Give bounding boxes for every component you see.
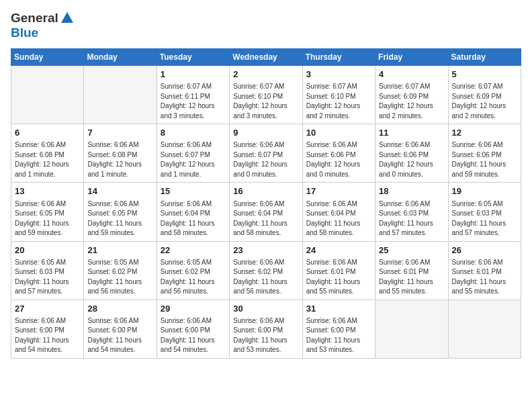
day-number: 16 bbox=[233, 185, 298, 197]
day-number: 30 bbox=[233, 303, 298, 315]
day-detail: Sunrise: 6:06 AM Sunset: 6:03 PM Dayligh… bbox=[379, 199, 444, 238]
calendar-cell bbox=[11, 66, 84, 124]
day-detail: Sunrise: 6:06 AM Sunset: 6:00 PM Dayligh… bbox=[161, 316, 226, 355]
calendar-cell: 18Sunrise: 6:06 AM Sunset: 6:03 PM Dayli… bbox=[375, 183, 448, 241]
day-number: 24 bbox=[306, 244, 371, 257]
day-detail: Sunrise: 6:06 AM Sunset: 6:08 PM Dayligh… bbox=[87, 140, 152, 179]
logo-general: General bbox=[11, 11, 58, 26]
calendar-cell: 13Sunrise: 6:06 AM Sunset: 6:05 PM Dayli… bbox=[11, 183, 84, 241]
day-detail: Sunrise: 6:06 AM Sunset: 6:06 PM Dayligh… bbox=[452, 140, 517, 179]
calendar-cell: 2Sunrise: 6:07 AM Sunset: 6:10 PM Daylig… bbox=[230, 66, 302, 124]
calendar-cell: 6Sunrise: 6:06 AM Sunset: 6:08 PM Daylig… bbox=[11, 124, 84, 183]
day-number: 10 bbox=[306, 127, 371, 139]
day-number: 7 bbox=[87, 127, 152, 139]
calendar-cell: 12Sunrise: 6:06 AM Sunset: 6:06 PM Dayli… bbox=[448, 124, 521, 183]
calendar-cell: 22Sunrise: 6:05 AM Sunset: 6:02 PM Dayli… bbox=[157, 241, 229, 300]
day-detail: Sunrise: 6:07 AM Sunset: 6:09 PM Dayligh… bbox=[379, 82, 444, 121]
calendar-cell: 15Sunrise: 6:06 AM Sunset: 6:04 PM Dayli… bbox=[157, 183, 229, 241]
day-detail: Sunrise: 6:06 AM Sunset: 6:08 PM Dayligh… bbox=[15, 140, 80, 179]
calendar-cell: 23Sunrise: 6:06 AM Sunset: 6:02 PM Dayli… bbox=[230, 241, 302, 300]
day-number: 15 bbox=[161, 185, 226, 197]
calendar-cell: 21Sunrise: 6:05 AM Sunset: 6:02 PM Dayli… bbox=[84, 241, 157, 300]
day-number: 26 bbox=[452, 244, 517, 257]
day-number: 23 bbox=[233, 244, 298, 257]
day-detail: Sunrise: 6:07 AM Sunset: 6:10 PM Dayligh… bbox=[233, 82, 298, 121]
weekday-header-tuesday: Tuesday bbox=[157, 49, 229, 66]
day-number: 1 bbox=[161, 68, 226, 81]
day-detail: Sunrise: 6:06 AM Sunset: 6:07 PM Dayligh… bbox=[233, 140, 298, 179]
day-detail: Sunrise: 6:07 AM Sunset: 6:09 PM Dayligh… bbox=[452, 82, 517, 121]
calendar-cell: 14Sunrise: 6:06 AM Sunset: 6:05 PM Dayli… bbox=[84, 183, 157, 241]
day-detail: Sunrise: 6:07 AM Sunset: 6:11 PM Dayligh… bbox=[161, 82, 226, 121]
day-number: 20 bbox=[15, 244, 80, 257]
day-number: 25 bbox=[379, 244, 444, 257]
calendar-cell: 17Sunrise: 6:06 AM Sunset: 6:04 PM Dayli… bbox=[302, 183, 375, 241]
day-detail: Sunrise: 6:07 AM Sunset: 6:10 PM Dayligh… bbox=[306, 82, 371, 121]
day-number: 11 bbox=[379, 127, 444, 139]
day-number: 21 bbox=[87, 244, 152, 257]
calendar-cell: 20Sunrise: 6:05 AM Sunset: 6:03 PM Dayli… bbox=[11, 241, 84, 300]
calendar-cell: 30Sunrise: 6:06 AM Sunset: 6:00 PM Dayli… bbox=[230, 300, 302, 358]
day-number: 4 bbox=[379, 68, 444, 81]
calendar-cell: 8Sunrise: 6:06 AM Sunset: 6:07 PM Daylig… bbox=[157, 124, 229, 183]
day-detail: Sunrise: 6:06 AM Sunset: 6:00 PM Dayligh… bbox=[15, 316, 80, 355]
day-number: 28 bbox=[87, 303, 152, 315]
weekday-header-wednesday: Wednesday bbox=[230, 49, 302, 66]
day-detail: Sunrise: 6:06 AM Sunset: 6:05 PM Dayligh… bbox=[87, 199, 152, 238]
calendar-week-3: 13Sunrise: 6:06 AM Sunset: 6:05 PM Dayli… bbox=[11, 183, 521, 241]
day-detail: Sunrise: 6:06 AM Sunset: 6:00 PM Dayligh… bbox=[233, 316, 298, 355]
day-detail: Sunrise: 6:06 AM Sunset: 6:04 PM Dayligh… bbox=[306, 199, 371, 238]
day-detail: Sunrise: 6:05 AM Sunset: 6:03 PM Dayligh… bbox=[15, 258, 80, 297]
page-header: General Blue bbox=[11, 11, 521, 40]
weekday-header-sunday: Sunday bbox=[11, 49, 84, 66]
calendar-cell: 10Sunrise: 6:06 AM Sunset: 6:06 PM Dayli… bbox=[302, 124, 375, 183]
day-number: 18 bbox=[379, 185, 444, 197]
calendar-cell: 25Sunrise: 6:06 AM Sunset: 6:01 PM Dayli… bbox=[375, 241, 448, 300]
day-number: 6 bbox=[15, 127, 80, 139]
day-number: 12 bbox=[452, 127, 517, 139]
day-detail: Sunrise: 6:06 AM Sunset: 6:06 PM Dayligh… bbox=[379, 140, 444, 179]
day-number: 8 bbox=[161, 127, 226, 139]
day-number: 13 bbox=[15, 185, 80, 197]
calendar-cell: 7Sunrise: 6:06 AM Sunset: 6:08 PM Daylig… bbox=[84, 124, 157, 183]
calendar-cell bbox=[375, 300, 448, 358]
day-detail: Sunrise: 6:06 AM Sunset: 6:02 PM Dayligh… bbox=[233, 258, 298, 297]
day-detail: Sunrise: 6:06 AM Sunset: 6:04 PM Dayligh… bbox=[161, 199, 226, 238]
day-detail: Sunrise: 6:06 AM Sunset: 6:05 PM Dayligh… bbox=[15, 199, 80, 238]
day-detail: Sunrise: 6:06 AM Sunset: 6:01 PM Dayligh… bbox=[452, 258, 517, 297]
weekday-header-friday: Friday bbox=[375, 49, 448, 66]
calendar-table: SundayMondayTuesdayWednesdayThursdayFrid… bbox=[11, 48, 521, 359]
svg-marker-0 bbox=[61, 12, 73, 23]
day-detail: Sunrise: 6:06 AM Sunset: 6:00 PM Dayligh… bbox=[306, 316, 371, 355]
calendar-cell: 3Sunrise: 6:07 AM Sunset: 6:10 PM Daylig… bbox=[302, 66, 375, 124]
day-detail: Sunrise: 6:06 AM Sunset: 6:04 PM Dayligh… bbox=[233, 199, 298, 238]
day-detail: Sunrise: 6:05 AM Sunset: 6:02 PM Dayligh… bbox=[87, 258, 152, 297]
weekday-header-thursday: Thursday bbox=[302, 49, 375, 66]
day-number: 5 bbox=[452, 68, 517, 81]
day-detail: Sunrise: 6:05 AM Sunset: 6:03 PM Dayligh… bbox=[452, 199, 517, 238]
day-number: 29 bbox=[161, 303, 226, 315]
calendar-cell: 31Sunrise: 6:06 AM Sunset: 6:00 PM Dayli… bbox=[302, 300, 375, 358]
calendar-cell: 26Sunrise: 6:06 AM Sunset: 6:01 PM Dayli… bbox=[448, 241, 521, 300]
calendar-cell bbox=[448, 300, 521, 358]
calendar-week-5: 27Sunrise: 6:06 AM Sunset: 6:00 PM Dayli… bbox=[11, 300, 521, 358]
calendar-cell: 5Sunrise: 6:07 AM Sunset: 6:09 PM Daylig… bbox=[448, 66, 521, 124]
calendar-cell: 16Sunrise: 6:06 AM Sunset: 6:04 PM Dayli… bbox=[230, 183, 302, 241]
day-number: 2 bbox=[233, 68, 298, 81]
calendar-week-2: 6Sunrise: 6:06 AM Sunset: 6:08 PM Daylig… bbox=[11, 124, 521, 183]
calendar-week-4: 20Sunrise: 6:05 AM Sunset: 6:03 PM Dayli… bbox=[11, 241, 521, 300]
day-number: 14 bbox=[87, 185, 152, 197]
calendar-cell: 4Sunrise: 6:07 AM Sunset: 6:09 PM Daylig… bbox=[375, 66, 448, 124]
day-number: 27 bbox=[15, 303, 80, 315]
day-detail: Sunrise: 6:06 AM Sunset: 6:01 PM Dayligh… bbox=[306, 258, 371, 297]
day-number: 9 bbox=[233, 127, 298, 139]
day-detail: Sunrise: 6:05 AM Sunset: 6:02 PM Dayligh… bbox=[161, 258, 226, 297]
day-detail: Sunrise: 6:06 AM Sunset: 6:06 PM Dayligh… bbox=[306, 140, 371, 179]
day-detail: Sunrise: 6:06 AM Sunset: 6:01 PM Dayligh… bbox=[379, 258, 444, 297]
day-number: 3 bbox=[306, 68, 371, 81]
calendar-cell: 24Sunrise: 6:06 AM Sunset: 6:01 PM Dayli… bbox=[302, 241, 375, 300]
logo: General Blue bbox=[11, 11, 75, 40]
weekday-header-saturday: Saturday bbox=[448, 49, 521, 66]
calendar-cell: 9Sunrise: 6:06 AM Sunset: 6:07 PM Daylig… bbox=[230, 124, 302, 183]
day-detail: Sunrise: 6:06 AM Sunset: 6:00 PM Dayligh… bbox=[87, 316, 152, 355]
